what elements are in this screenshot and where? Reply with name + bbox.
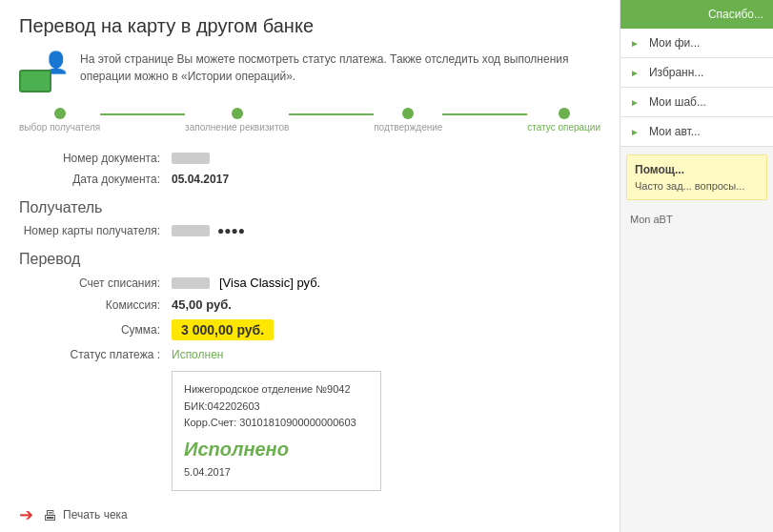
- doc-number-label: Номер документа:: [19, 152, 172, 165]
- printer-icon: 🖶: [43, 507, 57, 523]
- commission-row: Комиссия: 45,00 руб.: [19, 297, 600, 312]
- step-2-label: заполнение реквизитов: [185, 122, 289, 133]
- receipt-corr: Корр.Счет: 30101810900000000603: [184, 415, 369, 432]
- sidebar-top: Спасибо...: [620, 0, 773, 29]
- account-label: Счет списания:: [19, 276, 172, 290]
- receipt-status: Исполнено: [184, 434, 369, 464]
- sidebar-item-favorites-label: Избранн...: [649, 66, 703, 79]
- recipient-section-title: Получатель: [19, 199, 600, 216]
- status-label: Статус платежа :: [19, 348, 172, 361]
- receipt-date: 5.04.2017: [184, 464, 369, 481]
- step-1-label: выбор получателя: [19, 122, 100, 133]
- account-mask: [172, 277, 210, 289]
- sidebar-item-finances-label: Мои фи...: [649, 36, 700, 50]
- sidebar-item-auto-label: Мои авт...: [649, 125, 701, 138]
- card-person-icon: 👤: [19, 51, 69, 92]
- help-text: Часто зад... вопросы...: [635, 180, 759, 192]
- sidebar: Спасибо... ► Мои фи... ► Избранн... ► Мо…: [620, 0, 773, 532]
- card-icon: [19, 70, 51, 92]
- print-link[interactable]: 🖶 Печать чека: [43, 507, 128, 523]
- seg-1: [100, 113, 185, 115]
- step-1-dot: [54, 108, 66, 119]
- step-4-dot: [559, 108, 570, 119]
- mon-abt-label: Mon aBT: [620, 208, 773, 231]
- step-4: статус операции: [527, 108, 600, 133]
- card-number-row: Номер карты получателя: ●●●●: [19, 224, 600, 237]
- chevron-icon-4: ►: [630, 127, 640, 137]
- commission-label: Комиссия:: [19, 298, 172, 312]
- account-row: Счет списания: [Visa Classic] руб.: [19, 276, 600, 290]
- step-3: подтверждение: [374, 108, 442, 133]
- step-4-label: статус операции: [527, 122, 600, 133]
- commission-value: 45,00 руб.: [172, 297, 232, 312]
- sidebar-item-templates[interactable]: ► Мои шаб...: [620, 88, 773, 117]
- step-1: выбор получателя: [19, 108, 100, 133]
- card-number-mask: [172, 225, 210, 236]
- sidebar-item-finances[interactable]: ► Мои фи...: [620, 29, 773, 58]
- account-extra: [Visa Classic] руб.: [219, 276, 320, 290]
- print-label: Печать чека: [63, 508, 128, 522]
- card-number-label: Номер карты получателя:: [19, 224, 172, 237]
- card-number-partial: ●●●●: [217, 224, 245, 237]
- help-box: Помощ... Часто зад... вопросы...: [626, 154, 767, 200]
- seg-2: [289, 113, 374, 115]
- arrow-icon: ➔: [19, 504, 33, 525]
- doc-number-mask: [172, 153, 210, 164]
- step-2-dot: [232, 108, 243, 119]
- help-title: Помощ...: [635, 163, 759, 176]
- info-block: 👤 На этой странице Вы можете посмотреть …: [19, 51, 600, 92]
- doc-date-row: Дата документа: 05.04.2017: [19, 173, 600, 186]
- sidebar-item-favorites[interactable]: ► Избранн...: [620, 58, 773, 88]
- transfer-section-title: Перевод: [19, 251, 600, 268]
- main-panel: Перевод на карту в другом банке 👤 На это…: [0, 0, 620, 532]
- status-value: Исполнен: [172, 348, 223, 361]
- page-title: Перевод на карту в другом банке: [19, 15, 600, 37]
- amount-row: Сумма: 3 000,00 руб.: [19, 319, 600, 340]
- receipt-bank: Нижегородское отделение №9042: [184, 381, 369, 399]
- info-text: На этой странице Вы можете посмотреть ст…: [80, 51, 600, 85]
- sidebar-item-auto[interactable]: ► Мои авт...: [620, 117, 773, 147]
- receipt-box: Нижегородское отделение №9042 БИК:042202…: [172, 371, 381, 491]
- chevron-icon-3: ►: [630, 97, 640, 108]
- steps-bar: выбор получателя заполнение реквизитов п…: [19, 108, 600, 133]
- receipt-bik: БИК:042202603: [184, 399, 369, 416]
- chevron-icon-1: ►: [630, 38, 640, 49]
- sidebar-item-templates-label: Мои шаб...: [649, 95, 706, 109]
- amount-label: Сумма:: [19, 323, 172, 337]
- seg-3: [442, 113, 527, 115]
- print-row: ➔ 🖶 Печать чека: [19, 504, 600, 525]
- step-3-dot: [402, 108, 414, 119]
- step-3-label: подтверждение: [374, 122, 442, 133]
- doc-number-row: Номер документа:: [19, 152, 600, 165]
- amount-value: 3 000,00 руб.: [172, 319, 274, 340]
- step-2: заполнение реквизитов: [185, 108, 289, 133]
- doc-date-label: Дата документа:: [19, 173, 172, 186]
- chevron-icon-2: ►: [630, 68, 640, 78]
- doc-date-value: 05.04.2017: [172, 173, 229, 186]
- status-row: Статус платежа : Исполнен: [19, 348, 600, 361]
